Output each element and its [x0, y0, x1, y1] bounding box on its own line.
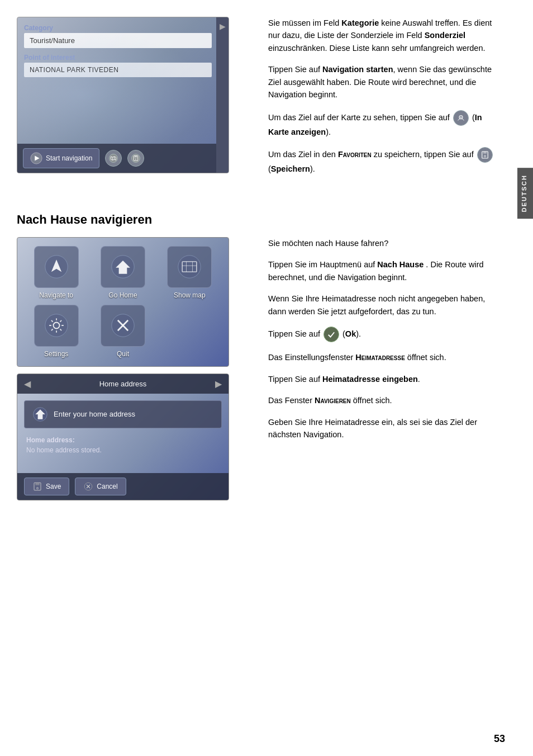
home-address-screenshot: ◀ Home address ▶ Enter your home address [17, 374, 229, 500]
bottom-right-text: Sie möchten nach Hause fahren? Tippen Si… [268, 237, 501, 500]
bottom-text-4: Tippen Sie auf (Ok). [268, 327, 501, 342]
show-map-label: Show map [174, 291, 206, 299]
ok-inline-icon [323, 327, 339, 342]
bottom-text-2: Tippen Sie im Hauptmenü auf Nach Hause .… [268, 258, 501, 284]
save-inline-icon [477, 147, 493, 163]
svg-point-5 [132, 154, 140, 163]
addr-top-bar: ◀ Home address ▶ [17, 374, 229, 394]
menu-item-empty [159, 305, 220, 358]
svg-point-18 [178, 256, 201, 278]
addr-forward-arrow[interactable]: ▶ [215, 379, 222, 389]
svg-point-29 [37, 487, 39, 489]
main-content: ▶ Category Tourist/Nature Point of inter… [0, 0, 517, 756]
bottom-text-3: Wenn Sie Ihre Heimatadresse noch nicht a… [268, 292, 501, 318]
addr-info-label: Home address: [26, 436, 75, 444]
start-nav-label: Start navigation [46, 154, 92, 162]
save-label: Save [46, 483, 61, 490]
menu-grid-bottom: Settings Quit [26, 305, 220, 358]
settings-icon[interactable] [34, 305, 79, 347]
bottom-text-5: Das Einstellungsfenster Heimatadresse öf… [268, 351, 501, 363]
addr-content: Enter your home address Home address: No… [17, 394, 229, 462]
addr-bottom-bar: Save Cancel [17, 473, 229, 500]
svg-rect-12 [483, 152, 487, 154]
menu-item-settings[interactable]: Settings [26, 305, 87, 358]
poi-value[interactable]: NATIONAL PARK TIVEDEN [24, 63, 212, 77]
top-section: ▶ Category Tourist/Nature Point of inter… [17, 17, 501, 185]
bottom-text-1: Sie möchten nach Hause fahren? [268, 237, 501, 249]
menu-item-quit[interactable]: Quit [92, 305, 153, 358]
navigate-to-icon[interactable] [34, 246, 79, 288]
addr-info-value: No home address stored. [26, 446, 102, 454]
addr-info: Home address: No home address stored. [24, 435, 222, 455]
settings-label: Settings [44, 350, 68, 358]
page-container: DEUTSCH ▶ Category Tourist/Nature Point … [0, 0, 533, 756]
svg-point-2 [110, 154, 118, 163]
bottom-section: Navigate to Go Home [17, 237, 501, 500]
bottom-text-8: Geben Sie Ihre Heimatadresse ein, als se… [268, 416, 501, 441]
cancel-label: Cancel [97, 483, 117, 490]
svg-point-10 [460, 116, 461, 117]
main-menu-screenshot: Navigate to Go Home [17, 237, 229, 367]
text-block-1: Sie müssen im Feld Kategorie keine Auswa… [268, 17, 501, 54]
section-heading: Nach Hause navigieren [17, 212, 501, 227]
screenshot-1-container: ▶ Category Tourist/Nature Point of inter… [17, 17, 251, 185]
menu-item-show-map[interactable]: Show map [159, 246, 220, 299]
start-navigation-button[interactable]: Start navigation [23, 148, 99, 168]
go-home-label: Go Home [108, 291, 137, 299]
bottom-bar: Start navigation [17, 144, 216, 173]
text-block-4: Um das Ziel in den Favoriten zu speicher… [268, 147, 501, 175]
map-icon-button[interactable] [105, 150, 122, 167]
go-home-icon[interactable] [101, 246, 145, 288]
screenshot-scrollbar: ▶ [216, 17, 229, 173]
category-value[interactable]: Tourist/Nature [24, 33, 212, 48]
category-screenshot: ▶ Category Tourist/Nature Point of inter… [17, 17, 229, 173]
show-map-icon[interactable] [167, 246, 212, 288]
addr-title: Home address [99, 380, 147, 388]
quit-icon[interactable] [101, 305, 145, 347]
save-button[interactable]: Save [24, 478, 69, 495]
bottom-left: Navigate to Go Home [17, 237, 251, 500]
side-tab: DEUTSCH [517, 168, 533, 219]
top-right-text: Sie müssen im Feld Kategorie keine Auswa… [268, 17, 501, 185]
text-block-3: Um das Ziel auf der Karte zu sehen, tipp… [268, 110, 501, 138]
svg-point-20 [45, 314, 67, 337]
text-block-2: Tippen Sie auf Navigation starten, wenn … [268, 63, 501, 101]
menu-item-go-home[interactable]: Go Home [92, 246, 153, 299]
map-inline-icon [453, 110, 469, 126]
save-icon-button[interactable] [127, 150, 144, 167]
category-label: Category [24, 24, 212, 32]
svg-rect-28 [35, 483, 40, 485]
bottom-text-6: Tippen Sie auf Heimatadresse eingeben. [268, 373, 501, 385]
navigate-to-label: Navigate to [39, 291, 73, 299]
quit-label: Quit [117, 350, 129, 358]
menu-grid-top: Navigate to Go Home [26, 246, 220, 299]
menu-item-navigate[interactable]: Navigate to [26, 246, 87, 299]
enter-home-address-button[interactable]: Enter your home address [24, 400, 222, 428]
page-number: 53 [494, 733, 505, 745]
svg-point-13 [484, 155, 486, 157]
cancel-button[interactable]: Cancel [75, 478, 126, 495]
svg-point-8 [135, 158, 136, 159]
svg-rect-7 [135, 156, 137, 158]
addr-back-arrow[interactable]: ◀ [24, 379, 31, 389]
scroll-arrow: ▶ [220, 22, 226, 31]
poi-label: Point of interest [24, 54, 212, 62]
bottom-text-7: Das Fenster Navigieren öffnet sich. [268, 394, 501, 407]
enter-address-label: Enter your home address [54, 410, 135, 418]
